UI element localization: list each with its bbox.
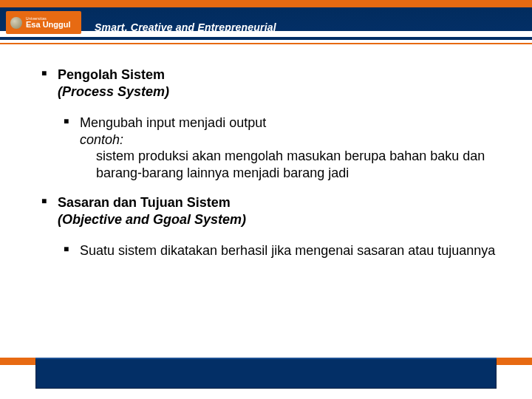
text-line: Suatu sistem dikatakan berhasil jika men… xyxy=(80,242,510,259)
bullet-process-system: Pengolah Sistem (Process System) xyxy=(37,66,510,100)
text-line: Mengubah input menjadi output xyxy=(80,115,510,132)
bullet-objective-system: Sasaran dan Tujuan Sistem (Objective and… xyxy=(37,194,510,228)
brand-tagline: Smart, Creative and Entrepreneurial xyxy=(95,21,276,33)
brand-logo: Universitas Esa Unggul xyxy=(6,11,81,34)
footer-panel xyxy=(35,358,497,389)
bullet-title: Pengolah Sistem xyxy=(58,66,510,83)
content: Pengolah Sistem (Process System) Menguba… xyxy=(37,66,510,273)
brand-text: Universitas Esa Unggul xyxy=(26,17,71,29)
footer xyxy=(0,358,532,390)
text-line: contoh: xyxy=(80,132,510,149)
text-line: sistem produksi akan mengolah masukan be… xyxy=(80,148,510,181)
footer-top-line xyxy=(35,358,497,359)
globe-icon xyxy=(10,17,22,29)
bullet-subtitle: (Process System) xyxy=(58,83,510,100)
bullet-objective-child: Suatu sistem dikatakan berhasil jika men… xyxy=(59,242,510,259)
bullet-process-child: Mengubah input menjadi output contoh: si… xyxy=(59,115,510,181)
slide: Universitas Esa Unggul Smart, Creative a… xyxy=(0,0,532,399)
bullet-title: Sasaran dan Tujuan Sistem xyxy=(58,194,510,211)
bullet-subtitle: (Objective and Ggoal System) xyxy=(58,211,510,228)
header-underline-navy xyxy=(0,37,532,40)
header-underline-orange xyxy=(0,43,532,44)
header-strip: Universitas Esa Unggul Smart, Creative a… xyxy=(0,7,532,31)
header-accent xyxy=(0,0,532,7)
brand-name: Esa Unggul xyxy=(26,21,71,29)
header: Universitas Esa Unggul Smart, Creative a… xyxy=(0,0,532,34)
